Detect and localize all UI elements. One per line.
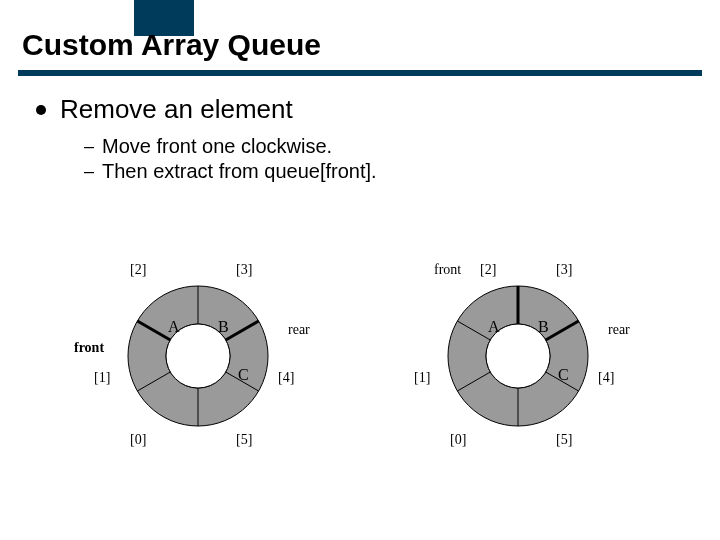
cell-B: B <box>538 318 549 335</box>
cell-A: A <box>488 318 500 335</box>
idx-2: [2] <box>130 262 146 278</box>
sub-list: – Move front one clockwise. – Then extra… <box>84 135 690 183</box>
diagrams-row: A B C [0] [1] [2] [3] [4] [5] rear front <box>78 256 638 466</box>
cell-C: C <box>238 366 249 383</box>
bullet-text: Remove an element <box>60 94 293 125</box>
body-content: Remove an element – Move front one clock… <box>36 94 690 185</box>
idx-1: [1] <box>94 370 110 386</box>
slide: Custom Array Queue Remove an element – M… <box>0 0 720 540</box>
ring-svg: A B C <box>438 276 598 436</box>
title-underline <box>18 70 702 76</box>
cell-A: A <box>168 318 180 335</box>
circular-queue-right: A B C [0] [1] [2] [3] [4] [5] rear front <box>398 256 638 466</box>
idx-4: [4] <box>278 370 294 386</box>
front-label: front <box>434 262 461 278</box>
idx-4: [4] <box>598 370 614 386</box>
dash-icon: – <box>84 161 102 182</box>
idx-5: [5] <box>236 432 252 448</box>
bullet-dot-icon <box>36 105 46 115</box>
idx-3: [3] <box>236 262 252 278</box>
sub-item: – Move front one clockwise. <box>84 135 690 158</box>
idx-0: [0] <box>130 432 146 448</box>
idx-0: [0] <box>450 432 466 448</box>
sub-text: Move front one clockwise. <box>102 135 332 158</box>
ring-svg: A B C <box>118 276 278 436</box>
circular-queue-left: A B C [0] [1] [2] [3] [4] [5] rear front <box>78 256 318 466</box>
dash-icon: – <box>84 136 102 157</box>
rear-label: rear <box>288 322 310 338</box>
idx-3: [3] <box>556 262 572 278</box>
sub-text: Then extract from queue[front]. <box>102 160 377 183</box>
bullet-item: Remove an element <box>36 94 690 125</box>
front-label: front <box>74 340 104 356</box>
sub-item: – Then extract from queue[front]. <box>84 160 690 183</box>
slide-title: Custom Array Queue <box>22 28 321 62</box>
rear-label: rear <box>608 322 630 338</box>
idx-1: [1] <box>414 370 430 386</box>
idx-2: [2] <box>480 262 496 278</box>
cell-B: B <box>218 318 229 335</box>
idx-5: [5] <box>556 432 572 448</box>
cell-C: C <box>558 366 569 383</box>
